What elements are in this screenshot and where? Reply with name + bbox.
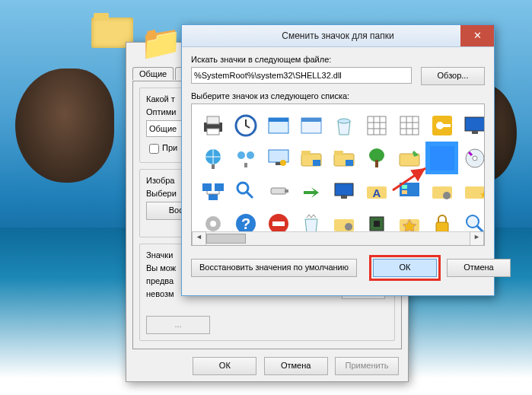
svg-point-21: [247, 151, 254, 159]
svg-rect-23: [269, 150, 288, 162]
icon-grid1[interactable]: [360, 109, 393, 142]
svg-rect-64: [374, 221, 380, 227]
dialog-button-bar: Восстановить значения по умолчанию ОК От…: [191, 255, 485, 281]
svg-point-20: [237, 151, 245, 159]
svg-rect-15: [443, 124, 451, 127]
svg-rect-31: [346, 160, 353, 166]
svg-rect-45: [341, 196, 347, 199]
icon-selected-blue[interactable]: [425, 142, 458, 174]
icon-list[interactable]: A ★ ? ◄: [191, 104, 485, 246]
title-bar: Сменить значок для папки ✕: [182, 25, 494, 47]
svg-rect-17: [472, 131, 478, 134]
rock-left-decor: [15, 68, 114, 183]
svg-rect-16: [465, 117, 485, 131]
properties-ok-button[interactable]: ОК: [193, 357, 256, 375]
svg-rect-3: [207, 116, 219, 124]
checkbox-label: При: [162, 143, 177, 152]
restore-defaults-button[interactable]: Восстановить значения по умолчанию: [191, 259, 357, 277]
svg-rect-44: [335, 183, 353, 196]
list-label: Выберите значок из следующего списка:: [191, 91, 485, 100]
svg-rect-22: [244, 163, 247, 167]
ok-button[interactable]: ОК: [373, 259, 437, 277]
cancel-button[interactable]: Отмена: [447, 259, 511, 277]
change-icon-dialog: Сменить значок для папки ✕ Искать значки…: [181, 24, 495, 296]
svg-rect-30: [334, 151, 343, 155]
svg-rect-48: [400, 183, 419, 196]
properties-button-row: ОК Отмена Применить: [126, 357, 408, 375]
svg-rect-43: [285, 190, 288, 193]
svg-point-41: [237, 183, 248, 193]
scroll-left-button[interactable]: ◄: [192, 231, 206, 246]
svg-point-14: [436, 122, 444, 129]
close-button[interactable]: ✕: [460, 25, 494, 46]
icon-folder-net1[interactable]: [295, 142, 327, 174]
svg-rect-42: [271, 188, 286, 194]
apply-subfolders-checkbox[interactable]: [149, 144, 159, 154]
icon-panel[interactable]: [393, 174, 425, 207]
svg-point-62: [345, 223, 352, 231]
icon-usb[interactable]: [262, 174, 295, 207]
scroll-track[interactable]: [206, 232, 470, 245]
properties-cancel-button[interactable]: Отмена: [264, 357, 328, 375]
icon-search-net[interactable]: [229, 174, 262, 207]
desktop-background: 📁 Общие Д Какой т Оптими При Изобра Выбе…: [0, 0, 532, 395]
svg-rect-28: [313, 160, 320, 166]
svg-rect-38: [202, 183, 212, 191]
change-icon-button[interactable]: ...: [146, 316, 210, 334]
svg-point-37: [473, 156, 477, 161]
svg-rect-7: [269, 118, 288, 122]
icon-disc[interactable]: [458, 142, 485, 174]
icon-network[interactable]: [229, 142, 262, 174]
svg-rect-11: [368, 116, 386, 135]
svg-text:★: ★: [479, 190, 486, 200]
icon-monitor2[interactable]: [327, 174, 360, 207]
svg-rect-33: [375, 160, 378, 167]
icon-window2[interactable]: [295, 109, 327, 142]
svg-rect-9: [301, 118, 321, 122]
icon-recycle-empty[interactable]: [327, 109, 360, 142]
icon-tree[interactable]: [360, 142, 393, 174]
dialog-title: Сменить значок для папки: [282, 30, 394, 41]
icon-window1[interactable]: [262, 109, 295, 142]
icon-globe[interactable]: [196, 142, 229, 174]
icon-screen[interactable]: [458, 109, 485, 142]
svg-rect-19: [212, 164, 215, 169]
icon-computers[interactable]: [196, 174, 229, 207]
ok-highlight: ОК: [369, 255, 441, 281]
tab-general[interactable]: Общие: [132, 67, 174, 80]
search-label: Искать значки в следующем файле:: [191, 55, 485, 64]
svg-rect-35: [430, 146, 454, 170]
svg-point-10: [338, 119, 350, 123]
icon-clock[interactable]: [229, 109, 262, 142]
svg-rect-60: [272, 221, 285, 226]
icon-monitor-tools[interactable]: [262, 142, 295, 174]
icon-green-arrow[interactable]: [295, 174, 327, 207]
horizontal-scrollbar[interactable]: ◄ ►: [192, 231, 484, 245]
icon-folder-star[interactable]: ★: [458, 174, 485, 207]
svg-rect-49: [402, 185, 407, 189]
browse-button[interactable]: Обзор...: [421, 67, 485, 85]
properties-apply-button[interactable]: Применить: [335, 357, 399, 375]
icon-path-input[interactable]: [191, 67, 412, 84]
scroll-thumb[interactable]: [206, 234, 246, 244]
svg-point-52: [443, 192, 451, 199]
icon-folder-tools[interactable]: [425, 174, 458, 207]
icon-printer[interactable]: [196, 109, 229, 142]
icon-grid2[interactable]: [393, 109, 425, 142]
svg-rect-50: [402, 190, 407, 194]
svg-rect-4: [207, 129, 219, 135]
icon-folder-pin[interactable]: [393, 142, 425, 174]
svg-rect-27: [301, 151, 311, 155]
icon-folder-font[interactable]: A: [360, 174, 393, 207]
icon-key[interactable]: [425, 109, 458, 142]
svg-rect-12: [400, 116, 419, 135]
svg-point-56: [210, 221, 216, 227]
svg-text:?: ?: [241, 215, 250, 232]
svg-point-67: [467, 215, 479, 228]
scroll-right-button[interactable]: ►: [470, 231, 484, 246]
svg-rect-40: [209, 194, 218, 200]
svg-point-25: [280, 160, 286, 166]
svg-text:A: A: [372, 186, 381, 199]
icon-folder-net2[interactable]: [327, 142, 360, 174]
svg-rect-39: [215, 183, 224, 191]
